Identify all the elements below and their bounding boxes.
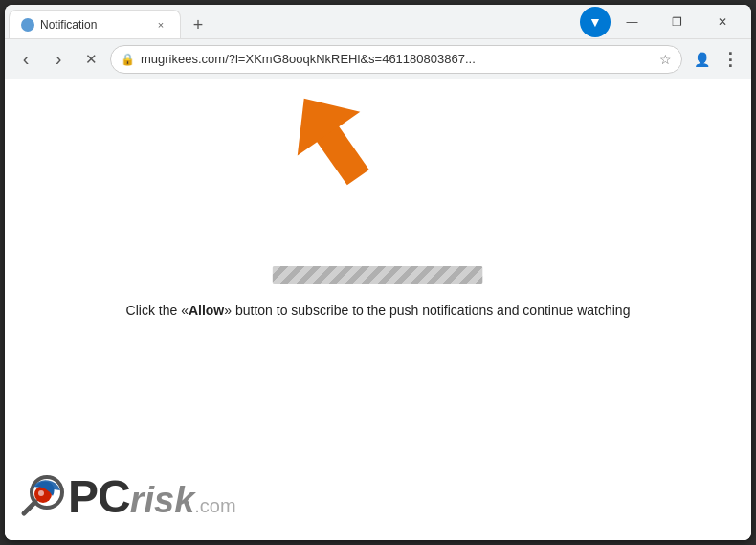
minimize-button[interactable]: — (611, 8, 654, 36)
address-bar[interactable]: 🔒 mugrikees.com/?l=XKmG8ooqkNkREHl&s=461… (110, 45, 682, 74)
title-bar: Notification × + ▼ — ❐ ✕ (5, 5, 751, 39)
window-controls: — ❐ ✕ (611, 8, 747, 36)
tab-favicon (21, 18, 34, 32)
forward-button[interactable]: › (45, 46, 72, 73)
new-tab-button[interactable]: + (185, 11, 211, 38)
pcrisk-icon (14, 469, 68, 523)
url-display: mugrikees.com/?l=XKmG8ooqkNkREHl&s=46118… (141, 52, 654, 66)
pcrisk-logo: PC risk .com (14, 469, 236, 523)
toolbar-icons: 👤 ⋮ (688, 46, 744, 73)
profile-button[interactable]: 👤 (688, 46, 715, 73)
progress-bar-fill (273, 266, 483, 284)
menu-button[interactable]: ⋮ (717, 46, 744, 73)
page-content: Click the «Allow» button to subscribe to… (5, 79, 751, 540)
svg-line-3 (24, 502, 35, 513)
download-icon[interactable]: ▼ (580, 7, 611, 37)
pcrisk-wordmark: PC risk .com (68, 470, 236, 523)
progress-bar (273, 266, 483, 284)
browser-window: Notification × + ▼ — ❐ ✕ ‹ › ✕ 🔒 mugrike… (5, 5, 751, 540)
tab-area: Notification × + (9, 5, 293, 38)
stop-reload-button[interactable]: ✕ (78, 46, 104, 73)
lock-icon: 🔒 (121, 53, 135, 66)
close-button[interactable]: ✕ (700, 8, 744, 36)
orange-arrow (282, 87, 397, 212)
tab-close-button[interactable]: × (153, 17, 168, 33)
profile-icon: 👤 (694, 52, 710, 67)
browser-tab[interactable]: Notification × (9, 10, 181, 38)
dotcom-text: .com (194, 495, 235, 517)
tab-title: Notification (40, 18, 147, 32)
restore-button[interactable]: ❐ (656, 8, 699, 36)
risk-text: risk (130, 480, 195, 521)
allow-label: Allow (189, 303, 224, 318)
progress-section: Click the «Allow» button to subscribe to… (126, 266, 631, 318)
back-button[interactable]: ‹ (12, 46, 39, 73)
svg-point-6 (38, 490, 44, 496)
toolbar: ‹ › ✕ 🔒 mugrikees.com/?l=XKmG8ooqkNkREHl… (5, 39, 751, 79)
main-instruction-text: Click the «Allow» button to subscribe to… (126, 303, 631, 318)
menu-icon: ⋮ (722, 49, 739, 70)
bookmark-icon[interactable]: ☆ (659, 52, 672, 67)
pc-text: PC (68, 470, 130, 523)
